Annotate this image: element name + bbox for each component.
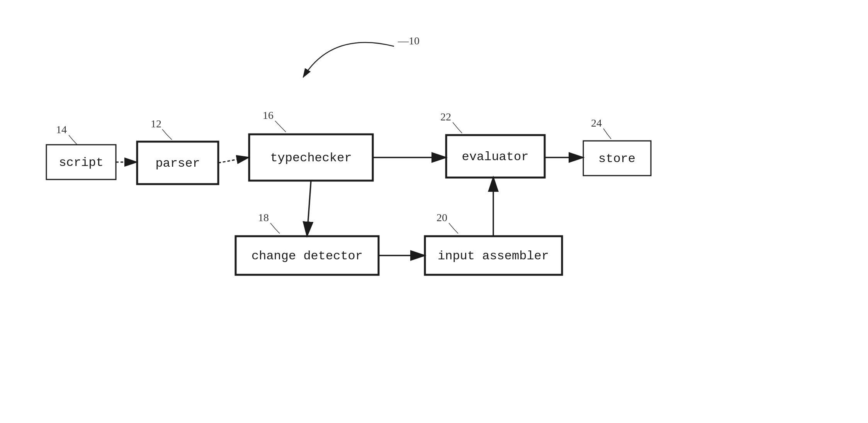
change-detector-label: change detector bbox=[251, 249, 363, 263]
arrow-parser-to-typechecker bbox=[218, 157, 248, 163]
ref-label-14: 14 bbox=[56, 124, 67, 135]
input-assembler-label: input assembler bbox=[438, 249, 549, 263]
ref-curve-18 bbox=[270, 223, 280, 233]
diagram-container: —10 14 script 12 parser 16 typechecker 2… bbox=[0, 0, 868, 423]
ref-curve-22 bbox=[453, 122, 462, 133]
ref-curve-24 bbox=[603, 129, 611, 139]
ref-label-10: —10 bbox=[397, 35, 420, 47]
ref-label-12: 12 bbox=[151, 118, 161, 130]
store-label: store bbox=[598, 152, 635, 166]
parser-label: parser bbox=[155, 156, 200, 171]
evaluator-label: evaluator bbox=[462, 150, 529, 164]
ref-label-20: 20 bbox=[437, 212, 447, 223]
ref-curve-12 bbox=[162, 129, 172, 140]
ref-label-24: 24 bbox=[591, 117, 602, 129]
typechecker-label: typechecker bbox=[270, 151, 352, 165]
ref-curve-16 bbox=[275, 121, 286, 132]
script-label: script bbox=[59, 156, 103, 170]
ref-curve-14 bbox=[69, 135, 77, 145]
ref-label-18: 18 bbox=[258, 212, 269, 223]
arrow-typechecker-to-change-detector bbox=[307, 181, 311, 235]
ref-curve-20 bbox=[449, 223, 458, 233]
reference-arrow-10 bbox=[303, 42, 394, 77]
ref-label-22: 22 bbox=[440, 111, 451, 123]
ref-label-16: 16 bbox=[263, 109, 273, 121]
